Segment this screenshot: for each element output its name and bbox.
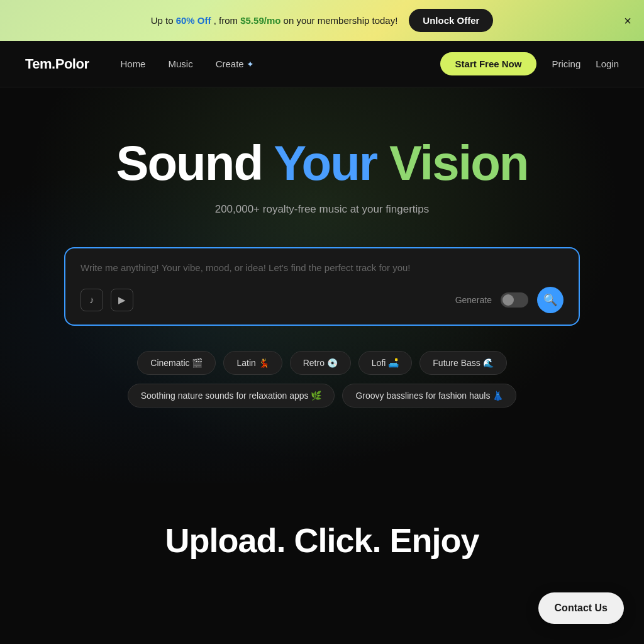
search-actions: Generate 🔍 (455, 287, 564, 313)
nav-music[interactable]: Music (168, 58, 192, 69)
start-free-button[interactable]: Start Free Now (440, 52, 537, 75)
nav-pricing[interactable]: Pricing (552, 58, 580, 69)
tag-cinematic[interactable]: Cinematic 🎬 (137, 351, 216, 375)
generate-label: Generate (455, 295, 492, 305)
search-icons: ♪ ▶ (80, 289, 133, 311)
tags-row-1: Cinematic 🎬 Latin 💃 Retro 💿 Lofi 🛋️ Futu… (137, 351, 506, 375)
hero-title: Sound Your Vision (116, 138, 528, 189)
hero-subtitle: 200,000+ royalty-free music at your fing… (215, 203, 430, 216)
tag-lofi[interactable]: Lofi 🛋️ (358, 351, 412, 375)
logo: Tem.Polor (25, 56, 89, 72)
title-word-your: Your (274, 135, 377, 191)
create-star-icon: ✦ (247, 59, 254, 69)
promo-banner: Up to 60% Off , from $5.59/mo on your me… (0, 0, 644, 41)
search-button[interactable]: 🔍 (537, 287, 564, 313)
tags-section: Cinematic 🎬 Latin 💃 Retro 💿 Lofi 🛋️ Futu… (128, 351, 517, 408)
discount-highlight: 60% Off (176, 15, 211, 26)
tag-nature-sounds[interactable]: Soothing nature sounds for relaxation ap… (128, 384, 335, 408)
title-word-vision: Vision (389, 135, 528, 191)
nav-create[interactable]: Create✦ (216, 58, 254, 69)
nav-right: Start Free Now Pricing Login (440, 52, 619, 75)
toggle-knob (502, 294, 514, 306)
search-box: ♪ ▶ Generate 🔍 (64, 247, 580, 326)
title-word-sound: Sound (116, 135, 262, 191)
hero-section: Sound Your Vision 200,000+ royalty-free … (0, 87, 644, 483)
bottom-title: Upload. Click. Enjoy (25, 521, 619, 560)
tag-future-bass[interactable]: Future Bass 🌊 (419, 351, 506, 375)
bottom-section: Upload. Click. Enjoy (0, 483, 644, 585)
unlock-offer-button[interactable]: Unlock Offer (409, 9, 493, 32)
navbar: Tem.Polor Home Music Create✦ Start Free … (0, 41, 644, 87)
nav-home[interactable]: Home (120, 58, 145, 69)
contact-us-button[interactable]: Contact Us (538, 592, 624, 624)
tag-latin[interactable]: Latin 💃 (223, 351, 282, 375)
banner-text: Up to 60% Off , from $5.59/mo on your me… (151, 15, 398, 26)
search-input[interactable] (80, 262, 564, 273)
search-icon: 🔍 (543, 293, 557, 307)
tag-retro[interactable]: Retro 💿 (290, 351, 351, 375)
generate-toggle[interactable] (501, 292, 528, 308)
price-highlight: $5.59/mo (240, 15, 280, 26)
nav-links: Home Music Create✦ (120, 58, 440, 69)
tag-groovy-basslines[interactable]: Groovy basslines for fashion hauls 👗 (342, 384, 516, 408)
search-footer: ♪ ▶ Generate 🔍 (80, 287, 564, 313)
play-icon-btn[interactable]: ▶ (111, 289, 133, 311)
tags-row-2: Soothing nature sounds for relaxation ap… (128, 384, 517, 408)
banner-close-button[interactable]: × (624, 14, 631, 27)
nav-login[interactable]: Login (596, 58, 619, 69)
music-note-icon-btn[interactable]: ♪ (80, 289, 103, 311)
